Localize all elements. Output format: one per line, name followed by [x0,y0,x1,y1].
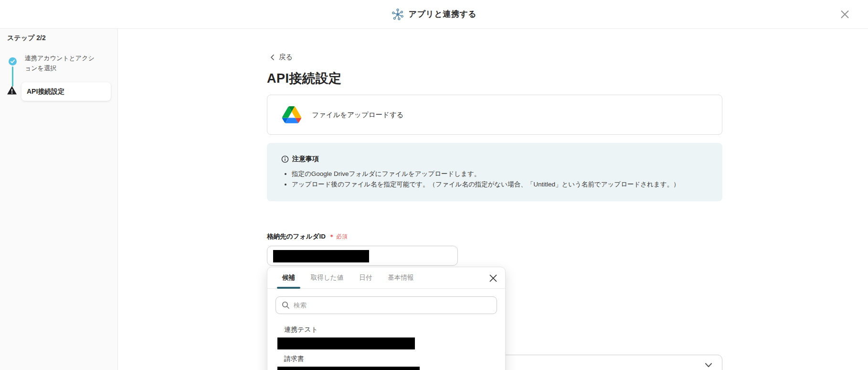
step-completed-check-icon [9,57,17,65]
notice-box: 注意事項 指定のGoogle Driveフォルダにファイルをアップロードします。… [267,143,722,201]
popup-close-button[interactable] [487,272,499,284]
content-column: 戻る API接続設定 ファイルをアップロードする [267,29,722,370]
google-drive-icon [282,106,301,123]
step-indicator: ステップ 2/2 [7,34,46,43]
chevron-down-icon [705,362,712,368]
notice-item: 指定のGoogle Driveフォルダにファイルをアップロードします。 [292,169,708,179]
folder-id-field-label: 格納先のフォルダID ＊ 必須 [267,232,348,241]
popup-tab-bar: 候補 取得した値 日付 基本情報 [267,267,505,289]
modal-title: アプリと連携する [409,9,476,20]
app-window: アプリと連携する ステップ 2/2 連携アカウントとアクションを選択 [0,0,868,370]
popup-option-list: 連携テスト 請求書 [267,326,505,370]
option-name: 請求書 [277,355,495,367]
redacted-folder-id-value [273,250,369,262]
notice-header: 注意事項 [281,155,708,163]
sidebar-step-account-action[interactable]: 連携アカウントとアクションを選択 [25,54,98,73]
notice-list: 指定のGoogle Driveフォルダにファイルをアップロードします。 アップロ… [284,169,708,190]
option-name: 連携テスト [277,326,495,337]
sidebar-step-api-settings-label: API接続設定 [27,87,64,96]
modal-header: アプリと連携する [0,0,868,29]
popup-search-input[interactable] [294,302,466,309]
action-card-label: ファイルをアップロードする [312,110,404,120]
tab-retrieved-values[interactable]: 取得した値 [305,267,349,288]
info-circle-icon [281,155,289,163]
redacted-option-value [277,337,415,349]
field-label-text: 格納先のフォルダID [267,232,326,241]
back-link-label: 戻る [279,53,293,62]
modal-close-button[interactable] [838,7,852,21]
app-link-network-icon [392,8,404,21]
value-picker-popup: 候補 取得した値 日付 基本情報 [267,267,506,370]
notice-title: 注意事項 [292,155,319,163]
popup-search-box [275,296,497,314]
option-renkei-test[interactable]: 連携テスト [277,326,495,349]
tab-candidates[interactable]: 候補 [276,267,301,288]
close-icon [488,277,498,284]
tab-basic-info[interactable]: 基本情報 [381,267,420,288]
main-panel: 戻る API接続設定 ファイルをアップロードする [118,29,868,370]
option-invoice[interactable]: 請求書 [277,355,495,370]
sidebar: ステップ 2/2 連携アカウントとアクションを選択 API接続設定 [0,29,118,370]
tab-date[interactable]: 日付 [353,267,378,288]
required-badge: 必須 [336,233,348,241]
notice-item: アップロード後のファイル名を指定可能です。（ファイル名の指定がない場合、「Unt… [292,179,708,190]
page-title: API接続設定 [267,70,342,87]
search-icon [282,301,290,309]
modal-title-group: アプリと連携する [392,8,476,21]
chevron-left-icon [270,54,275,61]
folder-id-input[interactable] [267,246,458,266]
close-icon [840,13,850,21]
redacted-option-value [277,367,420,370]
back-link[interactable]: 戻る [270,53,293,62]
required-asterisk: ＊ [329,233,335,241]
sidebar-step-api-settings[interactable]: API接続設定 [21,82,111,101]
stepper-connector-line [12,66,13,87]
warning-triangle-icon [7,85,17,96]
action-card: ファイルをアップロードする [267,95,722,135]
